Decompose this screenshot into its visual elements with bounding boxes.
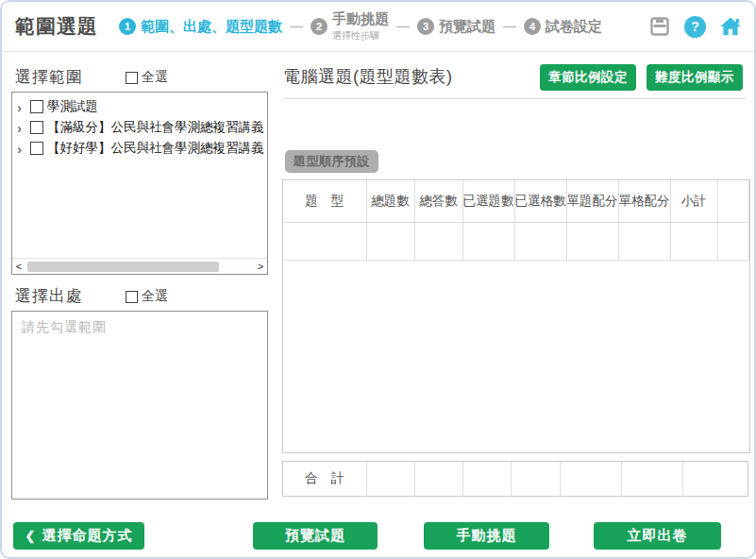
header-icons: ? — [647, 14, 743, 39]
step-separator: — — [395, 19, 411, 34]
scrollbar-track[interactable] — [25, 261, 254, 273]
table-cell — [462, 222, 514, 260]
table-cell — [566, 222, 618, 260]
tree-item-checkbox[interactable] — [30, 100, 43, 113]
chapter-ratio-button[interactable]: 章節比例設定 — [540, 64, 636, 91]
tree-item-exam[interactable]: › 學測試題 — [17, 96, 267, 117]
step-1-circle: 1 — [119, 18, 136, 35]
step-3-preview[interactable]: 3 預覽試題 — [417, 18, 496, 36]
total-label: 合 計 — [283, 462, 366, 496]
range-section-title: 選擇範圍 — [15, 66, 83, 88]
preview-questions-button[interactable]: 預覽試題 — [253, 522, 378, 550]
step-4-circle: 4 — [524, 18, 541, 35]
step-1-range[interactable]: 1 範圍、出處、題型題數 — [119, 18, 282, 36]
total-cell — [366, 462, 414, 496]
step-separator: — — [502, 19, 517, 34]
computer-pick-title: 電腦選題(題型題數表) — [283, 65, 453, 88]
table-header-row: 題 型 總題數 總答數 已選題數 已選格數 單題配分 單格配分 小計 — [283, 180, 748, 222]
tree-item-checkbox[interactable] — [30, 142, 43, 155]
source-section-title: 選擇出處 — [15, 285, 83, 307]
range-select-all-checkbox[interactable] — [126, 72, 138, 84]
source-select-all-label: 全選 — [142, 288, 168, 305]
range-select-all: 全選 — [126, 69, 168, 86]
col-total-answers: 總答數 — [414, 180, 462, 222]
source-list: 請先勾選範圍 — [11, 311, 268, 500]
page-title: 範圍選題 — [15, 13, 98, 40]
total-cell — [414, 462, 462, 496]
question-type-table: 題 型 總題數 總答數 已選題數 已選格數 單題配分 單格配分 小計 — [282, 179, 750, 453]
manual-pick-button[interactable]: 手動挑題 — [424, 522, 549, 550]
horizontal-scrollbar: < > — [12, 258, 267, 274]
tree-item-checkbox[interactable] — [30, 121, 43, 134]
col-score-per-question: 單題配分 — [566, 180, 618, 222]
col-total-questions: 總題數 — [366, 180, 414, 222]
step-3-label: 預覽試題 — [439, 18, 496, 36]
col-selected-blanks: 已選格數 — [514, 180, 566, 222]
home-icon[interactable] — [718, 14, 743, 39]
scrollbar-thumb[interactable] — [27, 262, 219, 272]
header: 範圍選題 1 範圍、出處、題型題數 — 2 手動挑題 選擇性步驟 — 3 預覽試… — [2, 2, 754, 52]
total-cell — [621, 462, 682, 496]
question-order-preset-chip[interactable]: 題型順序預設 — [285, 150, 378, 173]
total-cell — [560, 462, 621, 496]
col-selected-questions: 已選題數 — [462, 180, 514, 222]
expand-icon[interactable]: › — [17, 121, 26, 135]
step-2-label: 手動挑題 — [332, 10, 389, 28]
source-list-placeholder: 請先勾選範圍 — [12, 312, 267, 344]
step-separator: — — [289, 19, 304, 34]
app-window: 範圍選題 1 範圍、出處、題型題數 — 2 手動挑題 選擇性步驟 — 3 預覽試… — [0, 0, 756, 559]
range-select-all-label: 全選 — [142, 69, 168, 86]
total-cell — [682, 462, 748, 496]
step-2-manual-pick[interactable]: 2 手動挑題 選擇性步驟 — [311, 10, 389, 42]
step-2-circle: 2 — [311, 18, 328, 35]
help-icon[interactable]: ? — [684, 16, 706, 38]
table-cell — [283, 222, 366, 260]
table-cell — [366, 222, 414, 260]
table-cell — [414, 222, 462, 260]
tree-item-good-study[interactable]: › 【好好學】公民與社會學測總複習講義 重點 — [17, 138, 267, 159]
ratio-buttons: 章節比例設定 難度比例顯示 — [540, 64, 743, 91]
expand-icon[interactable]: › — [17, 100, 26, 114]
table-cell — [514, 222, 566, 260]
table-row — [283, 222, 748, 260]
wizard-stepper: 1 範圍、出處、題型題數 — 2 手動挑題 選擇性步驟 — 3 預覽試題 — 4… — [119, 10, 602, 42]
range-tree: › 學測試題 › 【滿級分】公民與社會學測總複習講義 重點 › 【好好學】公民與… — [11, 92, 268, 275]
save-icon[interactable] — [647, 14, 672, 39]
range-tree-items: › 學測試題 › 【滿級分】公民與社會學測總複習講義 重點 › 【好好學】公民與… — [12, 93, 267, 159]
table-cell — [670, 222, 717, 260]
table-cell — [618, 222, 670, 260]
step-4-label: 試卷設定 — [546, 18, 602, 36]
table-cell — [717, 222, 748, 260]
col-subtotal: 小計 — [670, 180, 717, 222]
tree-item-label: 【滿級分】公民與社會學測總複習講義 重點 — [47, 119, 267, 136]
source-select-all-checkbox[interactable] — [126, 291, 138, 303]
tree-item-label: 學測試題 — [47, 98, 98, 115]
expand-icon[interactable]: › — [17, 142, 26, 156]
source-select-all: 全選 — [126, 288, 168, 305]
chevron-left-icon: ❮ — [25, 529, 37, 543]
scroll-left-arrow[interactable]: < — [12, 259, 25, 275]
scroll-right-arrow[interactable]: > — [254, 259, 267, 275]
total-cell — [462, 462, 511, 496]
step-1-label: 範圍、出處、題型題數 — [141, 18, 282, 36]
step-4-paper-settings[interactable]: 4 試卷設定 — [524, 18, 602, 36]
difficulty-ratio-button[interactable]: 難度比例顯示 — [647, 64, 743, 91]
back-button-label: 選擇命題方式 — [42, 527, 132, 545]
back-to-method-button[interactable]: ❮ 選擇命題方式 — [13, 522, 144, 550]
col-question-type: 題 型 — [283, 180, 366, 222]
step-2-sublabel: 選擇性步驟 — [332, 29, 379, 42]
tree-item-label: 【好好學】公民與社會學測總複習講義 重點 — [47, 140, 267, 157]
total-row: 合 計 — [282, 461, 748, 497]
step-3-circle: 3 — [417, 18, 434, 35]
panel-divider — [283, 98, 746, 99]
col-score-per-blank: 單格配分 — [618, 180, 670, 222]
tree-item-full-marks[interactable]: › 【滿級分】公民與社會學測總複習講義 重點 — [17, 117, 267, 138]
generate-paper-button[interactable]: 立即出卷 — [594, 522, 721, 550]
total-cell — [511, 462, 560, 496]
col-empty — [717, 180, 748, 222]
